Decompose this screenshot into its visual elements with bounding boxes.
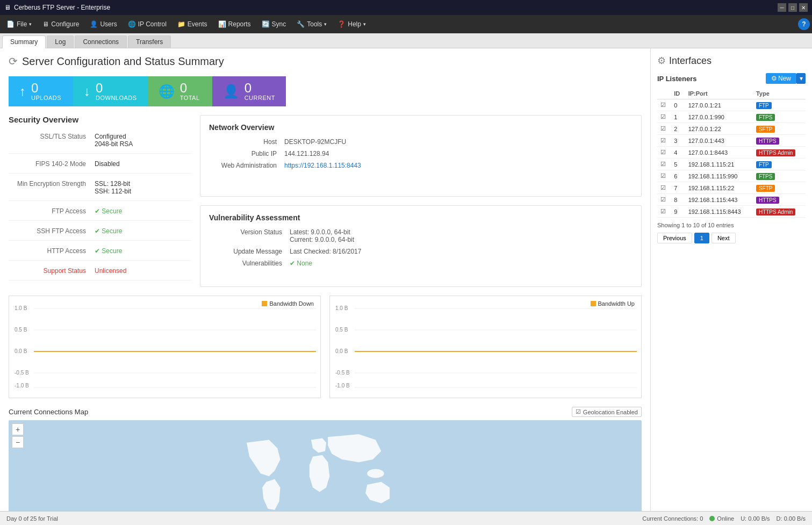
menu-ip-control[interactable]: 🌐 IP Control bbox=[124, 18, 171, 30]
bandwidth-down-chart: Bandwidth Down 1.0 B 0.5 B 0.0 B -0.5 B … bbox=[9, 296, 321, 398]
svg-text:0.0 B: 0.0 B bbox=[335, 348, 348, 354]
svg-text:1.0 B: 1.0 B bbox=[15, 305, 27, 311]
svg-text:0.5 B: 0.5 B bbox=[335, 327, 348, 333]
map-zoom-out-button[interactable]: − bbox=[12, 436, 24, 448]
gear-icon: ⚙ bbox=[657, 55, 666, 67]
table-row: ☑ 4 127.0.0.1:8443 HTTPS Admin bbox=[657, 147, 806, 159]
menu-file[interactable]: 📄 File ▾ bbox=[2, 18, 36, 30]
ip-listeners-title: IP Listeners bbox=[657, 75, 696, 83]
row-ip-port: 192.168.1.115:990 bbox=[685, 170, 753, 182]
app-title: Cerberus FTP Server - Enterprise bbox=[14, 4, 110, 11]
svg-text:-0.5 B: -0.5 B bbox=[15, 370, 29, 376]
maximize-button[interactable]: □ bbox=[788, 3, 797, 12]
minimize-button[interactable]: ─ bbox=[778, 3, 786, 12]
row-check: ☑ bbox=[657, 194, 671, 206]
security-row-ftp: FTP Access ✔ Secure bbox=[9, 207, 191, 221]
help-button[interactable]: ? bbox=[798, 18, 810, 30]
row-type: FTP bbox=[753, 99, 806, 111]
row-id: 6 bbox=[671, 170, 685, 182]
row-id: 0 bbox=[671, 99, 685, 111]
row-type: FTPS bbox=[753, 170, 806, 182]
map-zoom-in-button[interactable]: + bbox=[12, 423, 24, 435]
network-public-ip: Public IP 144.121.128.94 bbox=[209, 150, 633, 157]
tab-connections[interactable]: Connections bbox=[75, 35, 127, 48]
row-check: ☑ bbox=[657, 135, 671, 147]
menu-help[interactable]: ❓ Help ▾ bbox=[333, 18, 370, 30]
svg-text:-0.5 B: -0.5 B bbox=[335, 370, 350, 376]
vuln-vulnerabilities: Vulnerabilities ✔ None bbox=[209, 260, 633, 267]
row-type: HTTPS Admin bbox=[753, 206, 806, 218]
bandwidth-up-legend-dot bbox=[591, 301, 596, 306]
page-1-button[interactable]: 1 bbox=[694, 233, 709, 243]
menu-users[interactable]: 👤 Users bbox=[85, 18, 121, 30]
next-page-button[interactable]: Next bbox=[712, 233, 736, 243]
new-button-dropdown[interactable]: ▾ bbox=[796, 73, 806, 84]
current-value: 0 bbox=[245, 82, 275, 95]
col-ip-port: IP:Port bbox=[685, 88, 753, 99]
new-button-group: ⚙ New ▾ bbox=[766, 73, 806, 84]
online-indicator bbox=[709, 516, 715, 521]
ip-listeners-header: IP Listeners ⚙ New ▾ bbox=[657, 73, 806, 84]
reports-icon: 📊 bbox=[218, 20, 226, 28]
help-icon: ❓ bbox=[337, 20, 346, 28]
col-type: Type bbox=[753, 88, 806, 99]
row-ip-port: 127.0.0.1:443 bbox=[685, 135, 753, 147]
bandwidth-up-legend-label: Bandwidth Up bbox=[598, 300, 635, 307]
content-area: ⟳ Server Configuration and Status Summar… bbox=[0, 48, 651, 511]
menu-reports[interactable]: 📊 Reports bbox=[214, 18, 255, 30]
svg-text:1.0 B: 1.0 B bbox=[335, 305, 348, 311]
vuln-update: Update Message Last Checked: 8/16/2017 bbox=[209, 248, 633, 255]
menu-events[interactable]: 📁 Events bbox=[173, 18, 212, 30]
row-ip-port: 192.168.1.115:21 bbox=[685, 159, 753, 170]
geo-label: Geolocation Enabled bbox=[583, 409, 638, 415]
row-type: HTTPS bbox=[753, 135, 806, 147]
row-check: ☑ bbox=[657, 123, 671, 135]
vulnerability-assessment: Vulnerability Assessment Version Status … bbox=[200, 205, 642, 287]
stats-row: ↑ 0 UPLOADS ↓ 0 DOWNLOADS 🌐 0 TOTAL bbox=[9, 76, 642, 106]
prev-page-button[interactable]: Previous bbox=[657, 233, 692, 243]
security-row-http: HTTP Access ✔ Secure bbox=[9, 247, 191, 261]
table-row: ☑ 9 192.168.1.115:8443 HTTPS Admin bbox=[657, 206, 806, 218]
uploads-label: UPLOADS bbox=[31, 95, 61, 101]
menu-sync[interactable]: 🔄 Sync bbox=[257, 18, 291, 30]
close-button[interactable]: ✕ bbox=[799, 3, 808, 12]
new-button[interactable]: ⚙ New bbox=[766, 73, 796, 84]
row-id: 5 bbox=[671, 159, 685, 170]
svg-text:0.5 B: 0.5 B bbox=[15, 327, 27, 333]
checkbox-icon: ☑ bbox=[576, 408, 581, 415]
row-check: ☑ bbox=[657, 111, 671, 123]
map-title: Current Connections Map bbox=[9, 408, 88, 416]
tab-summary[interactable]: Summary bbox=[2, 35, 46, 48]
col-check bbox=[657, 88, 671, 99]
stat-current: 👤 0 CURRENT bbox=[212, 76, 286, 106]
ip-listeners-table: ID IP:Port Type ☑ 0 127.0.0.1:21 FTP ☑ 1… bbox=[657, 88, 806, 218]
row-check: ☑ bbox=[657, 99, 671, 111]
upload-icon: ↑ bbox=[19, 84, 26, 99]
title-bar: 🖥 Cerberus FTP Server - Enterprise ─ □ ✕ bbox=[0, 0, 812, 15]
bandwidth-down-svg: 1.0 B 0.5 B 0.0 B -0.5 B -1.0 B bbox=[13, 300, 316, 392]
map-controls: + − bbox=[12, 423, 24, 448]
row-ip-port: 192.168.1.115:22 bbox=[685, 182, 753, 194]
configure-icon: 🖥 bbox=[42, 20, 49, 28]
row-type: SFTP bbox=[753, 182, 806, 194]
row-check: ☑ bbox=[657, 147, 671, 159]
page-title-icon: ⟳ bbox=[9, 55, 18, 68]
row-check: ☑ bbox=[657, 159, 671, 170]
status-bar: Day 0 of 25 for Trial Current Connection… bbox=[0, 511, 812, 525]
events-icon: 📁 bbox=[177, 20, 185, 28]
download-icon: ↓ bbox=[84, 84, 90, 99]
row-type: FTPS bbox=[753, 111, 806, 123]
menu-configure[interactable]: 🖥 Configure bbox=[38, 18, 83, 30]
users-icon: 👤 bbox=[90, 20, 98, 28]
tab-log[interactable]: Log bbox=[47, 35, 74, 48]
current-icon: 👤 bbox=[223, 84, 239, 99]
menu-bar: 📄 File ▾ 🖥 Configure 👤 Users 🌐 IP Contro… bbox=[0, 15, 812, 33]
bandwidth-down-legend-dot bbox=[262, 301, 267, 306]
network-host: Host DESKTOP-92MCJFU bbox=[209, 138, 633, 146]
connections-status: Current Connections: 0 bbox=[642, 515, 703, 522]
row-type: HTTPS bbox=[753, 194, 806, 206]
security-overview: Security Overview SSL/TLS Status Configu… bbox=[9, 115, 191, 287]
page-title: Server Configuration and Status Summary bbox=[22, 55, 224, 68]
menu-tools[interactable]: 🔧 Tools ▾ bbox=[292, 18, 331, 30]
tab-transfers[interactable]: Transfers bbox=[128, 35, 171, 48]
